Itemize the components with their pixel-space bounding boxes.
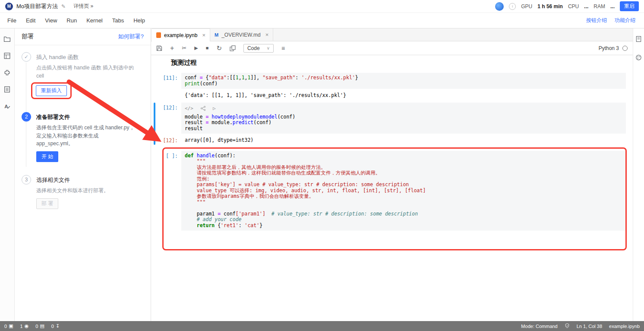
download-icon: ↧ — [56, 323, 60, 329]
step3-number: 3 — [22, 175, 31, 184]
avatar[interactable] — [495, 2, 504, 11]
cell-output-12: [12]: array([0], dtype=int32) — [151, 135, 633, 145]
share-icon[interactable] — [200, 106, 206, 111]
deploy-steps: ✓ 插入 handle 函数 点击插入按钮将 handle 函数 插入到选中的 … — [15, 45, 151, 321]
deploy-panel-title: 部署 — [22, 33, 34, 41]
markdown-file-icon: M — [215, 32, 218, 37]
close-tab-icon[interactable]: × — [202, 32, 205, 38]
menu-kernel[interactable]: Kernel — [82, 17, 107, 24]
ram-label: RAM — [593, 3, 605, 9]
status-count-1[interactable]: 0▣ — [4, 323, 13, 329]
shield-check-icon — [565, 323, 570, 329]
tab-overview-md[interactable]: M _OVERVIEW.md × — [210, 28, 273, 41]
tab-label: _OVERVIEW.md — [221, 32, 260, 38]
main-area: example.ipynb × M _OVERVIEW.md × + ✂ ▶ ■… — [151, 28, 633, 321]
menubar: File Edit View Run Kernel Tabs Help 按钮介绍… — [0, 13, 644, 28]
menu-help[interactable]: Help — [129, 17, 150, 24]
step1-desc: 点击插入按钮将 handle 函数 插入到选中的 cell — [36, 64, 136, 80]
code-cell-11[interactable]: [11]: conf = {"data":[[1,1,1]], "save_pa… — [151, 73, 633, 89]
reinsert-button[interactable]: 重新插入 — [36, 85, 67, 96]
ram-value: ... — [610, 3, 615, 9]
step1-title: 插入 handle 函数 — [36, 53, 136, 61]
cell-type-value: Code — [247, 45, 260, 51]
annotate-icon[interactable]: A — [3, 103, 11, 110]
close-tab-icon[interactable]: × — [265, 31, 269, 38]
gpu-label: GPU — [521, 3, 532, 9]
cursor-position[interactable]: Ln 1, Col 38 — [577, 324, 602, 329]
tab-example-ipynb[interactable]: example.ipynb × — [152, 28, 210, 41]
step3-title: 选择相关文件 — [36, 176, 109, 184]
cell-editor[interactable]: def handle(conf): """ 该方法是部署之后，其他人调用你的服务… — [181, 151, 626, 231]
mo-logo-icon[interactable]: M — [5, 3, 13, 10]
save-icon[interactable] — [156, 45, 162, 51]
cell-collapser[interactable] — [154, 151, 155, 231]
start-button[interactable]: 开 始 — [36, 151, 58, 162]
stop-kernel-icon[interactable]: ■ — [206, 46, 209, 50]
cpu-value: ... — [584, 3, 588, 9]
right-sidebar-strip — [633, 28, 644, 321]
input-prompt: [11]: — [155, 73, 181, 81]
files-icon[interactable] — [3, 35, 11, 43]
cell-editor[interactable]: conf = {"data":[[1,1,1]], "save_path": '… — [181, 73, 626, 89]
input-prompt: [12]: — [155, 103, 181, 111]
deploy-panel: 部署 如何部署? ✓ 插入 handle 函数 点击插入按钮将 handle 函… — [15, 28, 151, 321]
output-prompt: [12]: — [155, 135, 181, 144]
sessions-icon[interactable] — [3, 52, 11, 59]
status-count-3[interactable]: 0▤ — [35, 323, 44, 329]
mode-indicator[interactable]: Mode: Command — [521, 324, 557, 329]
restart-kernel-icon[interactable]: ↻ — [216, 45, 222, 51]
kernel-name[interactable]: Python 3 — [599, 45, 619, 51]
copy-cells-icon[interactable] — [230, 45, 236, 51]
feature-intro-link[interactable]: 功能介绍 — [615, 17, 635, 24]
menu-file[interactable]: File — [3, 17, 21, 24]
menu-edit[interactable]: Edit — [21, 17, 40, 24]
status-count-4[interactable]: 0↧ — [51, 323, 60, 329]
property-inspector-icon[interactable] — [635, 35, 642, 43]
run-this-cell-icon[interactable]: ▷ — [213, 106, 216, 111]
left-sidebar-strip: A — [0, 28, 15, 321]
notebook-content: 预测过程 [11]: conf = {"data":[[1,1,1]], "sa… — [151, 55, 633, 321]
status-count-2[interactable]: 1◉ — [20, 323, 29, 329]
step-prepare-files: 2 准备部署文件 选择包含主要代码的 cell 生成 handler.py，定义… — [22, 112, 144, 162]
output-text: array([0], dtype=int32) — [185, 137, 622, 144]
step2-title: 准备部署文件 — [36, 113, 136, 121]
active-filename: example.ipynb — [609, 324, 640, 329]
cut-cells-icon[interactable]: ✂ — [182, 45, 186, 51]
cell-editor[interactable]: </> ▷ module = howtodeploymodulemodel(co… — [181, 103, 626, 134]
statusbar: 0▣ 1◉ 0▤ 0↧ Mode: Command Ln 1, Col 38 e… — [0, 321, 644, 331]
toc-icon[interactable]: ≡ — [281, 45, 285, 51]
menu-tabs[interactable]: Tabs — [107, 17, 129, 24]
launch-icon[interactable]: ↑ — [509, 3, 516, 10]
palette-icon[interactable] — [635, 54, 642, 61]
tabbar: example.ipynb × M _OVERVIEW.md × — [151, 28, 633, 41]
output-text: {'data': [[1, 1, 1]], 'save_path': './re… — [185, 92, 622, 99]
code-cell-handle[interactable]: [ ]: def handle(conf): """ 该方法是部署之后，其他人调… — [151, 151, 633, 231]
cell-type-dropdown[interactable]: Code ∨ — [243, 44, 274, 53]
cpu-label: CPU — [568, 3, 579, 9]
markdown-heading[interactable]: 预测过程 — [171, 59, 633, 67]
input-prompt: [ ]: — [155, 151, 181, 159]
menu-view[interactable]: View — [40, 17, 62, 24]
code-cell-12[interactable]: [12]: </> ▷ module = howtodeploymodulemo… — [151, 103, 633, 134]
add-cell-icon[interactable]: + — [170, 45, 174, 52]
gpu-value: 1 h 56 min — [537, 3, 563, 9]
project-title: Mo项目部署方法 — [16, 3, 58, 10]
outline-icon[interactable] — [3, 86, 11, 93]
output-prompt — [155, 91, 181, 93]
menu-run[interactable]: Run — [62, 17, 82, 24]
terminal-icon: ▤ — [40, 323, 44, 329]
notebook-file-icon — [156, 32, 161, 38]
cell-mini-toolbar: </> ▷ — [185, 105, 622, 112]
detail-page-link[interactable]: 详情页 » — [73, 3, 93, 10]
how-to-deploy-link[interactable]: 如何部署? — [118, 33, 144, 41]
extensions-icon[interactable] — [3, 69, 11, 76]
run-cell-icon[interactable]: ▶ — [194, 46, 198, 50]
edit-title-icon[interactable]: ✎ — [61, 3, 66, 9]
restart-button[interactable]: 重启 — [620, 1, 639, 11]
annotation-box-reinsert: 重新插入 — [31, 82, 72, 99]
kernel-status-icon — [622, 46, 628, 51]
step2-number: 2 — [22, 112, 31, 122]
view-code-icon[interactable]: </> — [185, 106, 193, 111]
button-intro-link[interactable]: 按钮介绍 — [586, 17, 607, 24]
tab-label: example.ipynb — [164, 32, 197, 38]
